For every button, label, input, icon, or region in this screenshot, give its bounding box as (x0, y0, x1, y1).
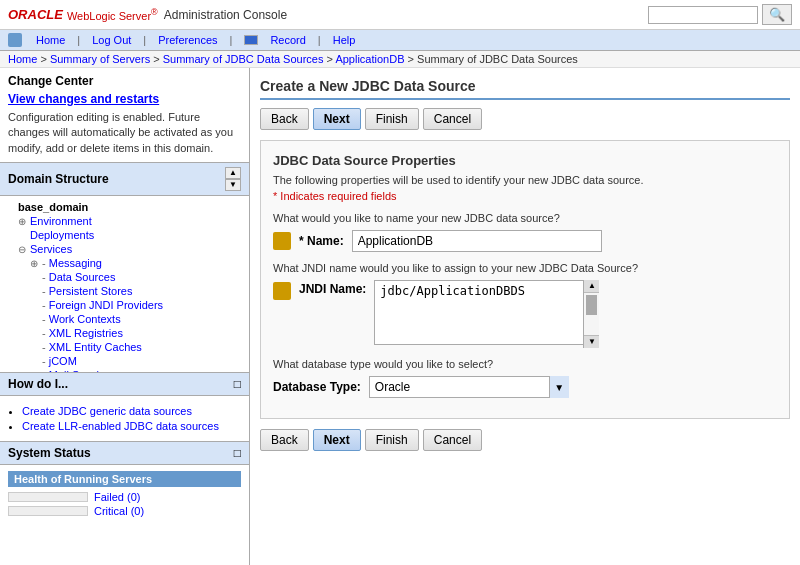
cancel-button-top[interactable]: Cancel (423, 108, 482, 130)
jndi-label: JNDI Name: (299, 282, 366, 296)
how-do-i-link-0[interactable]: Create JDBC generic data sources (22, 405, 192, 417)
form-title: JDBC Data Source Properties (273, 153, 777, 168)
finish-button-bottom[interactable]: Finish (365, 429, 419, 451)
system-status-content: Health of Running Servers Failed (0) Cri… (0, 465, 249, 525)
db-icon-jndi (273, 282, 291, 300)
home-link[interactable]: Home (36, 34, 65, 46)
tree-label-1[interactable]: Environment (30, 215, 92, 227)
view-changes-link[interactable]: View changes and restarts (8, 92, 241, 106)
tree-item-11[interactable]: - jCOM (0, 354, 249, 368)
next-button-bottom[interactable]: Next (313, 429, 361, 451)
jndi-textarea[interactable]: jdbc/ApplicationDBDS (374, 280, 599, 345)
tree-label-11[interactable]: jCOM (49, 355, 77, 367)
domain-scroll-up[interactable]: ▲ (225, 167, 241, 179)
navbar: Home | Log Out | Preferences | Record | … (0, 30, 800, 51)
tree-toggle-3[interactable]: ⊖ (18, 244, 30, 255)
jndi-scrollbar: ▲ ▼ (583, 280, 599, 348)
breadcrumb-sep-1: > (40, 53, 49, 65)
form-subtitle: The following properties will be used to… (273, 174, 777, 186)
search-area: 🔍 (648, 4, 792, 25)
name-question: What would you like to name your new JDB… (273, 212, 777, 224)
tree-label-12[interactable]: Mail Sessions (49, 369, 117, 372)
breadcrumb-servers[interactable]: Summary of Servers (50, 53, 150, 65)
jndi-scroll-down[interactable]: ▼ (584, 335, 599, 348)
how-do-i-link-1[interactable]: Create LLR-enabled JDBC data sources (22, 420, 219, 432)
main-layout: Change Center View changes and restarts … (0, 68, 800, 565)
domain-structure: Domain Structure ▲ ▼ base_domain⊕Environ… (0, 163, 249, 373)
failed-bar: Failed (0) (8, 491, 241, 503)
search-button[interactable]: 🔍 (762, 4, 792, 25)
change-center-title: Change Center (8, 74, 241, 88)
cancel-button-bottom[interactable]: Cancel (423, 429, 482, 451)
system-status-collapse-icon[interactable]: □ (234, 446, 241, 460)
next-button-top[interactable]: Next (313, 108, 361, 130)
weblogic-server-text: WebLogic Server® (67, 7, 158, 22)
jndi-scroll-up[interactable]: ▲ (584, 280, 599, 293)
content-area: Create a New JDBC Data Source Back Next … (250, 68, 800, 565)
chart-icon (244, 35, 258, 45)
logout-link[interactable]: Log Out (92, 34, 131, 46)
back-button-top[interactable]: Back (260, 108, 309, 130)
form-section: JDBC Data Source Properties The followin… (260, 140, 790, 419)
db-type-row: Database Type: Oracle MySQL MS SQL Serve… (273, 376, 777, 398)
tree-toggle-1[interactable]: ⊕ (18, 216, 30, 227)
tree-label-6[interactable]: Persistent Stores (49, 285, 133, 297)
tree-item-4[interactable]: ⊕- Messaging (0, 256, 249, 270)
tree-item-9[interactable]: - XML Registries (0, 326, 249, 340)
breadcrumb-jdbc[interactable]: Summary of JDBC Data Sources (163, 53, 324, 65)
domain-scroll-down[interactable]: ▼ (225, 179, 241, 191)
tree-item-2[interactable]: Deployments (0, 228, 249, 242)
nav-sep-1: | (77, 34, 80, 46)
breadcrumb-sep-4: > (408, 53, 417, 65)
tree-label-10[interactable]: XML Entity Caches (49, 341, 142, 353)
name-input[interactable] (352, 230, 602, 252)
change-center-description: Configuration editing is enabled. Future… (8, 110, 241, 156)
failed-link[interactable]: Failed (0) (94, 491, 140, 503)
wizard-buttons-bottom: Back Next Finish Cancel (260, 429, 790, 451)
jndi-scroll-track (584, 293, 599, 335)
tree-label-4[interactable]: Messaging (49, 257, 102, 269)
tree-item-0: base_domain (0, 200, 249, 214)
tree-label-7[interactable]: Foreign JNDI Providers (49, 299, 163, 311)
jndi-textarea-wrapper: jdbc/ApplicationDBDS ▲ ▼ (374, 280, 599, 348)
tree-item-5[interactable]: - Data Sources (0, 270, 249, 284)
tree-item-1[interactable]: ⊕Environment (0, 214, 249, 228)
wizard-buttons-top: Back Next Finish Cancel (260, 108, 790, 130)
db-type-label: Database Type: (273, 380, 361, 394)
system-status-title: System Status (8, 446, 91, 460)
help-link[interactable]: Help (333, 34, 356, 46)
home-icon (8, 33, 22, 47)
critical-link[interactable]: Critical (0) (94, 505, 144, 517)
tree-item-3[interactable]: ⊖Services (0, 242, 249, 256)
db-icon-name (273, 232, 291, 250)
tree-label-3[interactable]: Services (30, 243, 72, 255)
jndi-field-row: JNDI Name: jdbc/ApplicationDBDS ▲ ▼ (273, 280, 777, 348)
db-type-select[interactable]: Oracle MySQL MS SQL Server Derby Informi… (369, 376, 569, 398)
finish-button-top[interactable]: Finish (365, 108, 419, 130)
tree-label-0: base_domain (18, 201, 88, 213)
back-button-bottom[interactable]: Back (260, 429, 309, 451)
tree-item-12[interactable]: - Mail Sessions (0, 368, 249, 372)
tree-toggle-4[interactable]: ⊕ (30, 258, 42, 269)
search-input[interactable] (648, 6, 758, 24)
preferences-link[interactable]: Preferences (158, 34, 217, 46)
system-status-header[interactable]: System Status □ (0, 442, 249, 465)
nav-sep-3: | (230, 34, 233, 46)
record-link[interactable]: Record (270, 34, 305, 46)
tree-item-7[interactable]: - Foreign JNDI Providers (0, 298, 249, 312)
domain-structure-header: Domain Structure ▲ ▼ (0, 163, 249, 196)
tree-item-10[interactable]: - XML Entity Caches (0, 340, 249, 354)
tree-label-9[interactable]: XML Registries (49, 327, 123, 339)
breadcrumb-home[interactable]: Home (8, 53, 37, 65)
tree-item-8[interactable]: - Work Contexts (0, 312, 249, 326)
tree-item-6[interactable]: - Persistent Stores (0, 284, 249, 298)
how-do-i-collapse-icon[interactable]: □ (234, 377, 241, 391)
how-do-i-header[interactable]: How do I... □ (0, 373, 249, 396)
tree-label-8[interactable]: Work Contexts (49, 313, 121, 325)
breadcrumb-appdb[interactable]: ApplicationDB (335, 53, 404, 65)
tree-label-2[interactable]: Deployments (30, 229, 94, 241)
jndi-scroll-thumb (586, 295, 597, 315)
critical-bar: Critical (0) (8, 505, 241, 517)
tree-label-5[interactable]: Data Sources (49, 271, 116, 283)
domain-structure-title: Domain Structure (8, 172, 109, 186)
